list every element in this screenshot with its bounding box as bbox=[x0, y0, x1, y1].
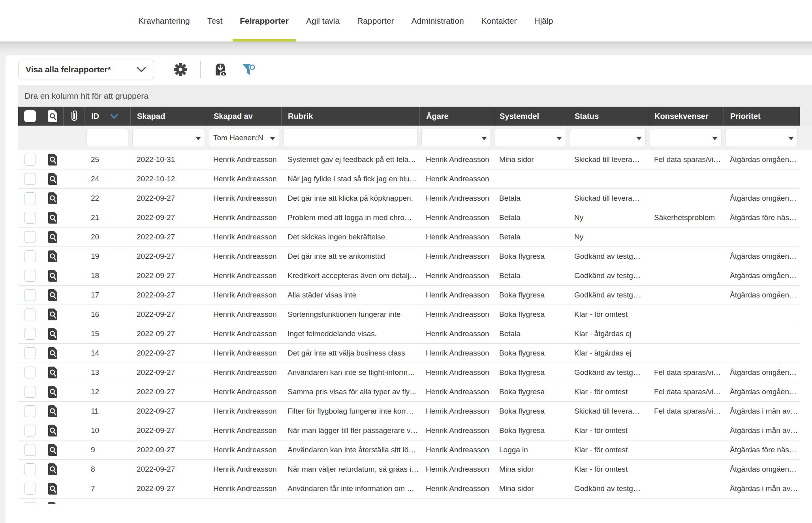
preview-icon[interactable] bbox=[47, 424, 58, 437]
tab-rapporter[interactable]: Rapporter bbox=[357, 0, 394, 41]
tab-felrapporter[interactable]: Felrapporter bbox=[240, 0, 289, 41]
cell-status: Godkänd av testg… bbox=[568, 291, 648, 299]
table-row[interactable]: 92022-09-27Henrik AndreassonAnvändaren k… bbox=[18, 440, 800, 460]
row-checkbox[interactable] bbox=[24, 309, 36, 320]
header-cell-konsekvenser[interactable]: Konsekvenser bbox=[648, 107, 724, 126]
row-checkbox[interactable] bbox=[24, 347, 36, 359]
row-checkbox[interactable] bbox=[24, 405, 36, 417]
filter-input-rubrik[interactable] bbox=[283, 129, 417, 147]
preview-icon[interactable] bbox=[47, 153, 58, 166]
table-row[interactable]: 102022-09-27Henrik AndreassonNär man läg… bbox=[18, 421, 800, 440]
export-view-icon[interactable] bbox=[212, 61, 229, 78]
header-cell-agare[interactable]: Ägare bbox=[419, 107, 493, 126]
cell-prioritet: Åtgärdas omgåen… bbox=[724, 252, 800, 261]
row-checkbox[interactable] bbox=[24, 212, 36, 224]
preview-icon[interactable] bbox=[47, 231, 58, 243]
tab-agil-tavla[interactable]: Agil tavla bbox=[306, 0, 340, 41]
header-cell-skapad-av[interactable]: Skapad av bbox=[207, 107, 281, 126]
tab-kontakter[interactable]: Kontakter bbox=[481, 0, 517, 41]
row-checkbox[interactable] bbox=[24, 289, 36, 301]
row-checkbox[interactable] bbox=[24, 192, 36, 204]
table-row[interactable]: 202022-09-27Henrik AndreassonDet skickas… bbox=[18, 228, 800, 247]
group-by-hint: Dra en kolumn hit för att gruppera bbox=[24, 91, 148, 101]
row-checkbox[interactable] bbox=[24, 444, 36, 456]
table-row[interactable]: 132022-09-27Henrik AndreassonAnvändaren … bbox=[18, 363, 800, 382]
preview-icon[interactable] bbox=[47, 192, 58, 205]
preview-icon[interactable] bbox=[47, 250, 58, 263]
tab-kravhantering[interactable]: Kravhantering bbox=[138, 0, 190, 41]
header-label: ID bbox=[91, 112, 99, 121]
filter-input-skapad-av[interactable]: Tom Haenen;N bbox=[209, 129, 279, 147]
saved-filter-dropdown[interactable]: Visa alla felrapporter* bbox=[18, 60, 154, 79]
cell-agare: Henrik Andreasson bbox=[419, 465, 493, 474]
table-row[interactable]: 212022-09-27Henrik AndreassonProblem med… bbox=[18, 208, 800, 228]
preview-icon[interactable] bbox=[47, 444, 58, 456]
cell-skapad: 2022-09-27 bbox=[130, 291, 207, 299]
preview-icon[interactable] bbox=[47, 366, 58, 379]
row-checkbox[interactable] bbox=[24, 270, 36, 282]
preview-icon[interactable] bbox=[47, 386, 58, 398]
row-checkbox[interactable] bbox=[24, 154, 36, 166]
cell-rubrik: Problem med att logga in med chro… bbox=[281, 213, 419, 222]
header-cell-id[interactable]: ID bbox=[85, 107, 130, 126]
filter-input-agare[interactable] bbox=[421, 129, 491, 147]
header-cell-systemdel[interactable]: Systemdel bbox=[493, 107, 568, 126]
row-checkbox[interactable] bbox=[24, 386, 36, 398]
table-row[interactable]: 142022-09-27Henrik AndreassonDet går int… bbox=[18, 344, 800, 363]
header-cell-skapad[interactable]: Skapad bbox=[130, 107, 207, 126]
header-cell-rubrik[interactable]: Rubrik bbox=[281, 107, 419, 126]
table-row[interactable]: 112022-09-27Henrik AndreassonFilter för … bbox=[18, 402, 800, 421]
row-checkbox[interactable] bbox=[24, 425, 36, 436]
preview-icon[interactable] bbox=[47, 502, 58, 504]
filter-input-systemdel[interactable] bbox=[495, 129, 566, 147]
cell-agare: Henrik Andreasson bbox=[419, 291, 493, 299]
preview-icon[interactable] bbox=[47, 482, 58, 495]
preview-icon[interactable] bbox=[47, 289, 58, 301]
header-cell-prioritet[interactable]: Prioritet bbox=[724, 107, 800, 126]
row-checkbox[interactable] bbox=[24, 367, 36, 378]
cell-id: 12 bbox=[85, 388, 130, 396]
cell-skapad-av: Henrik Andreasson bbox=[207, 291, 281, 299]
settings-gear-icon[interactable] bbox=[172, 61, 189, 78]
table-row[interactable]: 192022-09-27Henrik AndreassonDet går int… bbox=[18, 247, 800, 266]
cell-skapad-av: Henrik Andreasson bbox=[207, 368, 281, 377]
table-row[interactable]: 82022-09-27Henrik AndreassonNär man välj… bbox=[18, 460, 800, 479]
filter-input-skapad[interactable] bbox=[132, 129, 205, 147]
row-checkbox[interactable] bbox=[24, 328, 36, 340]
table-row[interactable]: 162022-09-27Henrik AndreassonSorteringsf… bbox=[18, 305, 800, 324]
table-row[interactable]: 242022-10-12Henrik AndreassonNär jag fyl… bbox=[18, 169, 800, 189]
preview-icon[interactable] bbox=[47, 463, 58, 476]
header-cell-status[interactable]: Status bbox=[568, 107, 648, 126]
row-checkbox[interactable] bbox=[24, 502, 36, 504]
filter-input-prioritet[interactable] bbox=[726, 129, 798, 147]
row-checkbox[interactable] bbox=[24, 250, 36, 262]
row-checkbox[interactable] bbox=[24, 231, 36, 243]
preview-icon[interactable] bbox=[47, 327, 58, 340]
filter-input-id[interactable] bbox=[86, 129, 128, 147]
table-row[interactable]: 152022-09-27Henrik AndreassonInget felme… bbox=[18, 324, 800, 344]
select-all-checkbox[interactable] bbox=[24, 110, 36, 122]
filter-input-status[interactable] bbox=[570, 129, 646, 147]
filter-input-konsekvenser[interactable] bbox=[650, 129, 722, 147]
preview-icon[interactable] bbox=[47, 269, 58, 282]
preview-icon[interactable] bbox=[47, 405, 58, 418]
row-checkbox[interactable] bbox=[24, 463, 36, 475]
filter-refresh-icon[interactable] bbox=[240, 61, 258, 78]
tab-administration[interactable]: Administration bbox=[412, 0, 464, 41]
preview-icon[interactable] bbox=[47, 211, 58, 224]
preview-icon[interactable] bbox=[47, 173, 58, 185]
preview-icon[interactable] bbox=[47, 308, 58, 321]
group-by-bar[interactable]: Dra en kolumn hit för att gruppera bbox=[18, 85, 812, 107]
preview-icon[interactable] bbox=[47, 347, 58, 359]
table-row[interactable]: 182022-09-27Henrik AndreassonKreditkort … bbox=[18, 266, 800, 286]
table-row[interactable]: 72022-09-27Henrik AndreassonAnvändaren f… bbox=[18, 479, 800, 499]
row-checkbox[interactable] bbox=[24, 483, 36, 495]
cell-skapad-av: Henrik Andreasson bbox=[207, 233, 281, 241]
row-checkbox[interactable] bbox=[24, 173, 36, 185]
tab-hjälp[interactable]: Hjälp bbox=[534, 0, 553, 41]
tab-test[interactable]: Test bbox=[207, 0, 223, 41]
table-row[interactable]: 222022-09-27Henrik AndreassonDet går int… bbox=[18, 189, 800, 208]
table-row[interactable]: 172022-09-27Henrik AndreassonAlla städer… bbox=[18, 286, 800, 305]
table-row[interactable]: 122022-09-27Henrik AndreassonSamma pris … bbox=[18, 382, 800, 402]
table-row[interactable]: 252022-10-31Henrik AndreassonSystemet ga… bbox=[18, 150, 800, 169]
